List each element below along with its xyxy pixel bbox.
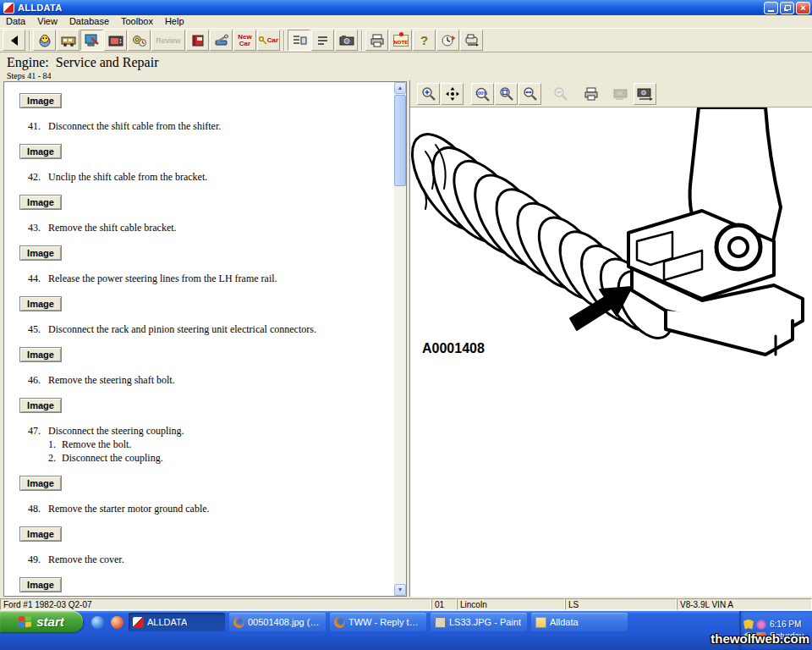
tv-monitor-button[interactable] — [104, 30, 127, 51]
tray-time: 6:16 PM — [770, 620, 801, 629]
pan-button[interactable] — [441, 83, 464, 105]
image-button[interactable]: Image — [19, 144, 62, 159]
menu-toolbox[interactable]: Toolbox — [115, 15, 159, 28]
zoom-in-icon — [421, 86, 436, 102]
image-button[interactable]: Image — [19, 296, 62, 311]
diagnostics-computer-button[interactable] — [80, 30, 103, 51]
pan-icon — [445, 86, 460, 102]
menu-help[interactable]: Help — [159, 15, 190, 28]
title-bar: ALLDATA × — [0, 0, 812, 15]
minimize-button[interactable] — [764, 2, 778, 14]
alldata-app-icon — [3, 3, 14, 14]
image-button[interactable]: Image — [19, 245, 62, 261]
taskbar-item-paint[interactable]: LS33.JPG - Paint — [431, 613, 527, 631]
image-button[interactable]: Image — [19, 476, 62, 491]
alldata-application-window: ALLDATA × Data View Database Toolbox Hel… — [0, 0, 812, 650]
repair-book-button[interactable] — [186, 30, 209, 51]
zoom-fit-button[interactable] — [495, 83, 518, 105]
taskbar-item-tww[interactable]: TWW - Reply to Topic... — [330, 613, 426, 631]
scrollbar-thumb[interactable] — [394, 95, 406, 186]
vehicle-lookup-button[interactable] — [33, 30, 56, 51]
export-image-icon — [637, 87, 654, 101]
start-button[interactable]: start — [0, 611, 83, 632]
window-title: ALLDATA — [18, 3, 62, 13]
scroll-up-arrow[interactable]: ▲ — [394, 82, 406, 94]
review-button: Review — [151, 30, 185, 51]
step-text: 48.Remove the starter motor ground cable… — [28, 503, 393, 515]
parts-truck-icon — [61, 34, 76, 47]
image-button[interactable]: Image — [19, 195, 62, 210]
menu-view[interactable]: View — [31, 15, 63, 28]
watermark: thewolfweb.com — [710, 631, 809, 646]
car-key-button[interactable]: Car — [257, 30, 280, 51]
figure-label: A0001408 — [422, 341, 485, 355]
text-only-list-button[interactable] — [311, 30, 334, 51]
menu-data[interactable]: Data — [0, 15, 31, 28]
camera-button[interactable] — [335, 30, 358, 51]
vertical-scrollbar[interactable]: ▲ ▼ — [394, 82, 406, 596]
history-icon — [441, 34, 456, 47]
history-button[interactable] — [436, 30, 459, 51]
dialup-icon[interactable] — [91, 616, 104, 629]
status-engine: V8-3.9L VIN A — [677, 598, 812, 610]
zoom-fit-icon — [499, 86, 514, 102]
image-button[interactable]: Image — [19, 347, 62, 362]
page-title: Engine: Service and Repair — [7, 55, 812, 70]
zoom-width-button[interactable] — [518, 83, 541, 105]
image-button[interactable]: Image — [19, 526, 62, 542]
parts-truck-button[interactable] — [57, 30, 80, 51]
menu-database[interactable]: Database — [63, 15, 115, 28]
help-button[interactable]: ? — [413, 30, 436, 51]
print-button[interactable] — [365, 30, 388, 51]
fax-print-icon — [464, 34, 480, 47]
image-button[interactable]: Image — [19, 577, 62, 592]
print-image-button[interactable] — [579, 83, 602, 105]
messenger-icon[interactable] — [756, 620, 766, 630]
menu-bar: Data View Database Toolbox Help — [0, 15, 812, 28]
scroll-down-arrow[interactable]: ▼ — [394, 584, 406, 596]
copy-image-button — [610, 83, 633, 105]
close-icon: × — [800, 3, 805, 13]
back-button[interactable] — [3, 30, 25, 51]
list-with-images-icon — [292, 34, 307, 47]
step-text: 45.Disconnect the rack and pinion steeri… — [28, 323, 393, 336]
image-display-area[interactable]: A0001408 — [410, 107, 812, 597]
gears-clock-button[interactable] — [128, 30, 151, 51]
vehicle-lookup-icon — [37, 34, 52, 47]
tools-button[interactable] — [210, 30, 233, 51]
list-with-images-button[interactable] — [288, 30, 310, 51]
paint-task-icon — [435, 617, 446, 628]
car-key-icon — [259, 36, 267, 45]
page-subtitle: Steps 41 - 84 — [7, 71, 812, 80]
image-button[interactable]: Image — [19, 398, 62, 413]
restore-button[interactable] — [780, 2, 794, 14]
tv-monitor-icon — [108, 34, 123, 47]
note-label: NOTE — [394, 40, 409, 45]
taskbar-item-folder[interactable]: Alldata — [531, 613, 628, 631]
shield-icon[interactable] — [743, 620, 754, 630]
image-button[interactable]: Image — [19, 93, 62, 108]
repair-book-icon — [190, 34, 206, 47]
step-text: 47.Disconnect the steering coupling. — [28, 425, 393, 438]
zoom-in-button[interactable] — [417, 83, 440, 105]
close-button[interactable]: × — [796, 2, 810, 14]
download-icon[interactable] — [111, 616, 123, 629]
zoom-out-icon — [553, 86, 568, 102]
taskbar-item-alldata[interactable]: ALLDATA — [129, 613, 225, 631]
note-button[interactable]: NOTE — [389, 30, 412, 51]
export-image-button[interactable] — [634, 83, 656, 105]
substep-text: 1.Remove the bolt. — [48, 438, 393, 451]
taskbar-item-jpeg[interactable]: 00501408.jpg (JPEG ... — [229, 613, 326, 631]
tools-icon — [214, 34, 229, 47]
zoom-100-button[interactable]: 100% — [471, 83, 494, 105]
folder-task-icon — [535, 617, 546, 628]
technical-diagram: A0001408 — [410, 107, 812, 598]
zoom-100-icon: 100% — [475, 86, 491, 102]
printer-icon — [370, 34, 385, 47]
toolbar-separator — [283, 30, 285, 51]
fax-print-button[interactable] — [460, 30, 483, 51]
status-make: Lincoln — [457, 598, 565, 610]
back-icon — [8, 35, 20, 47]
new-car-button[interactable]: New Car — [233, 30, 256, 51]
new-car-label-bottom: Car — [239, 40, 250, 47]
